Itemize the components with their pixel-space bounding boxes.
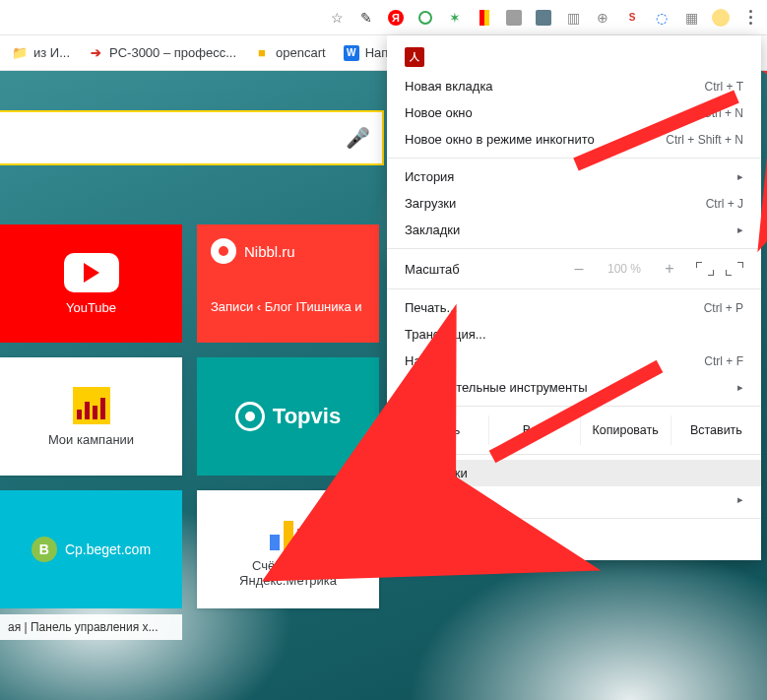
menu-exit[interactable]: Выход	[387, 524, 761, 550]
tile-youtube[interactable]: YouTube	[0, 224, 182, 343]
w-icon: W	[344, 45, 359, 61]
arrow-icon: ➔	[88, 45, 103, 61]
tile-caption: ая | Панель управления х...	[0, 614, 182, 640]
beget-icon: B	[32, 537, 57, 562]
tile-beget[interactable]: B Cp.beget.com	[0, 490, 182, 608]
browser-toolbar: ☆ ✎ Я ✶ ▥ ⊕ S ◌ ▦	[0, 0, 767, 35]
tile-campaigns[interactable]: Мои кампании	[0, 357, 182, 476]
edit-cut[interactable]: В ть	[488, 415, 579, 445]
nibbl-icon	[211, 238, 236, 264]
campaigns-icon	[73, 387, 110, 424]
square-icon: ■	[254, 45, 270, 61]
menu-print[interactable]: Печать...Ctrl + P	[387, 294, 761, 321]
folder-icon: 📁	[12, 45, 28, 61]
tile-label: Счётчики — Яндекс.Метрика	[203, 558, 373, 588]
menu-settings[interactable]: Настройки	[387, 460, 761, 486]
tile-metrika[interactable]: Счётчики — Яндекс.Метрика	[197, 490, 379, 608]
circle-green-icon[interactable]	[416, 9, 434, 27]
menu-incognito[interactable]: Новое окно в режиме инкогнитоCtrl + Shif…	[387, 126, 761, 153]
zoom-value: 100 %	[602, 262, 647, 276]
flag-icon[interactable]	[476, 9, 493, 27]
ext-icon-2[interactable]	[535, 9, 552, 27]
tile-label: YouTube	[66, 300, 116, 315]
profile-avatar-icon[interactable]	[712, 9, 730, 27]
tile-title: Nibbl.ru	[244, 243, 295, 260]
edit-copy[interactable]: Копировать	[580, 415, 671, 445]
edit-paste[interactable]: Вставить	[671, 415, 761, 445]
eyedropper-icon[interactable]: ✎	[357, 9, 375, 27]
tile-label: Мои кампании	[48, 432, 134, 447]
menu-edit-row: Изменить В ть Копировать Вставить	[387, 412, 761, 449]
ext-icon-3[interactable]: ▥	[564, 9, 582, 27]
bookmark-item[interactable]: ■ opencart	[254, 45, 326, 61]
menu-new-window[interactable]: Новое окноCtrl + N	[387, 99, 761, 126]
ext-icon-1[interactable]	[505, 9, 523, 27]
bookmark-item[interactable]: ➔ PC-3000 – професс...	[88, 45, 236, 61]
fullscreen-icon[interactable]	[696, 262, 714, 276]
menu-zoom-row: Масштаб – 100 % +	[387, 254, 761, 284]
menu-cast[interactable]: Трансляция...	[387, 321, 761, 348]
globe-icon[interactable]: ⊕	[594, 9, 611, 27]
drop-icon[interactable]: ◌	[653, 9, 671, 27]
bookmark-item[interactable]: 📁 из И...	[12, 45, 70, 61]
menu-new-tab[interactable]: Новая вкладкаCtrl + T	[387, 73, 761, 99]
menu-find[interactable]: Найти...Ctrl + F	[387, 348, 761, 374]
kebab-menu-icon[interactable]	[741, 9, 759, 27]
chrome-main-menu: 人 Новая вкладкаCtrl + T Новое окноCtrl +…	[387, 35, 761, 560]
grid-icon[interactable]: ▦	[682, 9, 700, 27]
tile-subtitle: Записи ‹ Блог IТишника и	[211, 299, 362, 314]
youtube-icon	[64, 253, 119, 292]
bookmark-label: PC-3000 – професс...	[109, 45, 236, 60]
bookmark-star-icon[interactable]: ☆	[328, 9, 346, 27]
pdf-icon: 人	[405, 47, 424, 67]
tile-label: Cp.beget.com	[65, 541, 151, 557]
tile-nibbl[interactable]: Nibbl.ru Записи ‹ Блог IТишника и	[197, 224, 379, 343]
zoom-label: Масштаб	[405, 262, 556, 277]
menu-help[interactable]: Справка	[387, 486, 761, 513]
microphone-icon[interactable]: 🎤	[346, 126, 370, 150]
bookmark-label: из И...	[33, 45, 70, 60]
fullscreen-icon-2[interactable]	[726, 262, 743, 276]
edit-label: Изменить	[387, 415, 488, 445]
tile-topvisor[interactable]: Topvis	[197, 357, 379, 476]
menu-downloads[interactable]: ЗагрузкиCtrl + J	[387, 190, 761, 217]
search-bar[interactable]: 🎤	[0, 110, 384, 165]
menu-bookmarks[interactable]: Закладки	[387, 217, 761, 243]
menu-pdf-row[interactable]: 人	[387, 41, 761, 73]
zoom-out-button[interactable]: –	[568, 258, 590, 280]
metrika-icon	[270, 511, 307, 550]
zoom-in-button[interactable]: +	[659, 258, 680, 280]
topvisor-icon: Topvis	[235, 402, 341, 431]
menu-more-tools[interactable]: Дополнительные инструменты	[387, 374, 761, 401]
bug-icon[interactable]: ✶	[446, 9, 464, 27]
menu-history[interactable]: История	[387, 163, 761, 190]
bookmark-label: opencart	[276, 45, 326, 60]
yandex-icon[interactable]: Я	[387, 9, 405, 27]
seo-icon[interactable]: S	[623, 9, 641, 27]
